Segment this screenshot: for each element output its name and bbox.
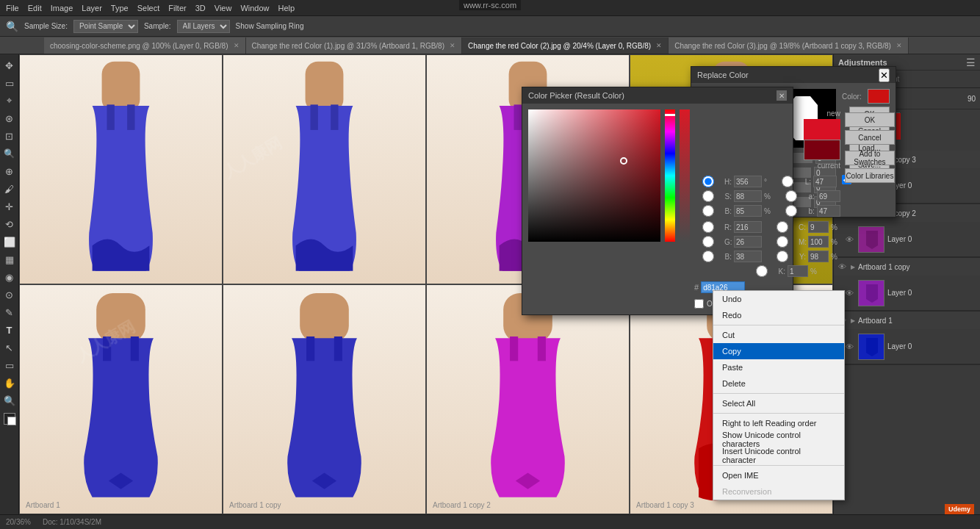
cp-color-libraries-button[interactable]: Color Libraries [845, 168, 895, 183]
menu-item-select[interactable]: Select [137, 4, 160, 12]
cp-new-color[interactable] [804, 119, 840, 140]
cp-input-b[interactable] [734, 205, 762, 217]
layer-row-3[interactable]: 👁 Layer 0 [834, 329, 980, 364]
cp-input-c[interactable] [808, 221, 829, 233]
ctx-select-all[interactable]: Select All [713, 395, 844, 411]
tab-close-1[interactable]: ✕ [450, 42, 455, 49]
zoom-tool[interactable]: 🔍 [1, 392, 18, 409]
ctx-delete[interactable]: Delete [713, 375, 844, 392]
tab-close-2[interactable]: ✕ [656, 42, 662, 49]
cp-radio-k[interactable] [748, 265, 776, 277]
cp-input-b3[interactable] [734, 251, 762, 262]
cp-radio-a[interactable] [777, 190, 805, 202]
blur-tool[interactable]: ◉ [1, 269, 18, 285]
eraser-tool[interactable]: ⬜ [1, 234, 18, 250]
menu-item-filter[interactable]: Filter [168, 4, 186, 12]
shape-tool[interactable]: ▭ [1, 357, 18, 373]
cp-radio-h[interactable] [694, 176, 722, 187]
path-selection-tool[interactable]: ↖ [1, 339, 18, 356]
cp-radio-c[interactable] [768, 221, 796, 233]
cp-input-y[interactable] [808, 251, 829, 262]
cp-radio-y[interactable] [768, 251, 796, 262]
cp-ok-button[interactable]: OK [845, 112, 895, 127]
cp-input-k[interactable] [788, 265, 808, 277]
menu-item-view[interactable]: View [215, 4, 232, 12]
tab-close-0[interactable]: ✕ [234, 42, 239, 49]
cp-radio-b[interactable] [694, 205, 722, 217]
ctx-redo[interactable]: Redo [713, 307, 844, 323]
ctx-insert-unicode[interactable]: Insert Unicode control character [713, 447, 844, 464]
brush-tool[interactable]: 🖌 [1, 181, 18, 197]
cp-radio-b2[interactable] [777, 205, 805, 217]
tab-2[interactable]: Change the red Color (2).jpg @ 20/4% (La… [462, 37, 669, 54]
cp-hue-bar[interactable] [665, 109, 675, 242]
menu-item-image[interactable]: Image [51, 4, 73, 12]
tab-0[interactable]: choosing-color-scheme.png @ 100% (Layer … [44, 37, 246, 54]
pen-tool[interactable]: ✎ [1, 304, 18, 320]
cp-input-l[interactable] [813, 176, 837, 187]
cp-input-g[interactable] [734, 236, 762, 248]
layer-eye-icon-3[interactable]: 👁 [846, 342, 854, 351]
menu-item-type[interactable]: Type [111, 4, 129, 12]
cp-input-a[interactable] [817, 190, 840, 202]
sample-size-select[interactable]: Point Sample [73, 20, 138, 33]
menu-item-file[interactable]: File [6, 4, 19, 12]
lasso-tool[interactable]: ⌖ [1, 93, 18, 109]
ctx-cut[interactable]: Cut [713, 327, 844, 343]
quick-select-tool[interactable]: ⊛ [1, 110, 18, 126]
replace-color-title-bar[interactable]: Replace Color ✕ [691, 67, 896, 83]
cp-add-swatches-button[interactable]: Add to Swatches [845, 151, 895, 165]
ctx-copy[interactable]: Copy [713, 343, 844, 359]
tab-3[interactable]: Change the red Color (3).jpg @ 19/8% (Ar… [669, 37, 909, 54]
cp-radio-m[interactable] [768, 236, 796, 248]
cp-radio-b3[interactable] [694, 251, 722, 262]
color-picker-close-btn[interactable]: ✕ [777, 90, 787, 101]
hand-tool[interactable]: ✋ [1, 375, 18, 391]
replace-color-close-btn[interactable]: ✕ [879, 68, 890, 82]
move-tool[interactable]: ✥ [1, 57, 18, 73]
cp-input-b2[interactable] [817, 205, 840, 217]
cp-radio-r[interactable] [694, 221, 722, 233]
ctx-reconversion[interactable]: Reconversion [713, 483, 844, 500]
type-tool[interactable]: T [1, 322, 18, 338]
healing-brush-tool[interactable]: ⊕ [1, 163, 18, 179]
gradient-tool[interactable]: ▦ [1, 251, 18, 267]
cp-input-s[interactable] [734, 190, 762, 202]
rc-result-swatch[interactable] [868, 89, 890, 104]
sample-select[interactable]: All Layers [177, 20, 230, 33]
tab-1[interactable]: Change the red Color (1).jpg @ 31/3% (Ar… [246, 37, 463, 54]
cp-radio-s[interactable] [694, 190, 722, 202]
panel-menu-icon[interactable]: ☰ [966, 57, 976, 68]
cp-input-h[interactable] [734, 176, 762, 187]
rectangle-tool[interactable]: ▭ [1, 75, 18, 91]
cp-input-r[interactable] [734, 221, 762, 233]
eyedropper-tool[interactable]: 🔍 [1, 145, 18, 162]
foreground-color[interactable] [4, 413, 15, 425]
cp-only-web-checkbox[interactable] [694, 299, 704, 309]
color-picker-title-bar[interactable]: Color Picker (Result Color) ✕ [522, 87, 793, 104]
cp-gradient[interactable] [528, 109, 660, 242]
history-brush-tool[interactable]: ⟲ [1, 216, 18, 232]
ctx-open-ime[interactable]: Open IME [713, 467, 844, 483]
ctx-undo[interactable]: Undo [713, 291, 844, 307]
dodge-tool[interactable]: ⊙ [1, 287, 18, 303]
menu-item-edit[interactable]: Edit [28, 4, 42, 12]
menu-item-layer[interactable]: Layer [82, 4, 102, 12]
layer-group-header-artboard[interactable]: 👁 ▶ Artboard 1 [834, 312, 980, 329]
menu-item-help[interactable]: Help [278, 4, 295, 12]
cp-radio-g[interactable] [694, 236, 722, 248]
cp-radio-l[interactable] [774, 176, 801, 187]
menu-item-window[interactable]: Window [240, 4, 269, 12]
cp-current-color[interactable] [804, 140, 840, 160]
cp-input-m[interactable] [808, 236, 829, 248]
cp-cancel-button[interactable]: Cancel [845, 130, 895, 145]
tab-close-3[interactable]: ✕ [896, 42, 902, 49]
sample-label: Sample: [144, 22, 171, 30]
ctx-rtl[interactable]: Right to left Reading order [713, 415, 844, 431]
menu-item-3d[interactable]: 3D [195, 4, 206, 12]
ctx-show-unicode[interactable]: Show Unicode control characters [713, 431, 844, 447]
ctx-paste[interactable]: Paste [713, 359, 844, 375]
clone-tool[interactable]: ✛ [1, 198, 18, 215]
crop-tool[interactable]: ⊡ [1, 128, 18, 144]
cp-alpha-bar[interactable] [680, 109, 690, 242]
